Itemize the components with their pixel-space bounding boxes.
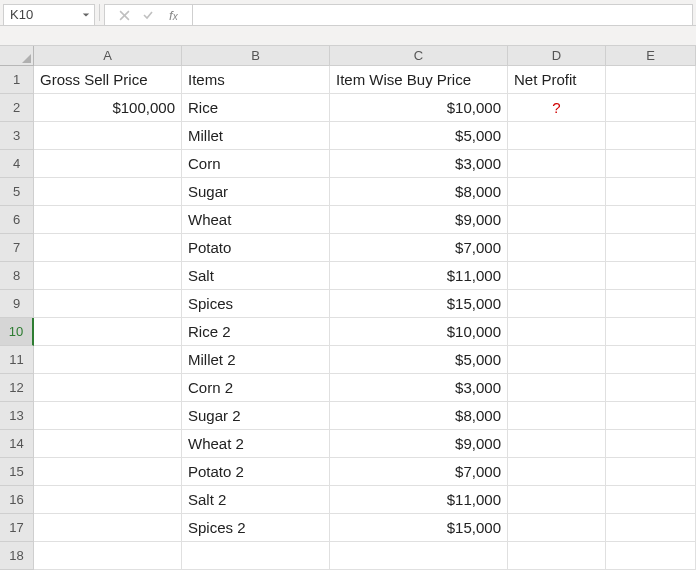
- cell-C9[interactable]: $15,000: [330, 290, 508, 318]
- cell-C7[interactable]: $7,000: [330, 234, 508, 262]
- select-all-corner[interactable]: [0, 46, 34, 66]
- cell-C14[interactable]: $9,000: [330, 430, 508, 458]
- cell-C16[interactable]: $11,000: [330, 486, 508, 514]
- cell-A18[interactable]: [34, 542, 182, 570]
- cell-C15[interactable]: $7,000: [330, 458, 508, 486]
- cell-A14[interactable]: [34, 430, 182, 458]
- cell-A17[interactable]: [34, 514, 182, 542]
- cell-B9[interactable]: Spices: [182, 290, 330, 318]
- fx-icon[interactable]: fx: [165, 8, 182, 23]
- cell-E14[interactable]: [606, 430, 696, 458]
- cell-C17[interactable]: $15,000: [330, 514, 508, 542]
- row-header-6[interactable]: 6: [0, 206, 34, 234]
- cell-E18[interactable]: [606, 542, 696, 570]
- cell-E7[interactable]: [606, 234, 696, 262]
- col-header-B[interactable]: B: [182, 46, 330, 66]
- row-header-17[interactable]: 17: [0, 514, 34, 542]
- row-header-18[interactable]: 18: [0, 542, 34, 570]
- enter-icon[interactable]: [141, 9, 155, 21]
- cell-E2[interactable]: [606, 94, 696, 122]
- cell-D1[interactable]: Net Profit: [508, 66, 606, 94]
- cell-A7[interactable]: [34, 234, 182, 262]
- row-header-13[interactable]: 13: [0, 402, 34, 430]
- cell-E11[interactable]: [606, 346, 696, 374]
- name-box[interactable]: K10: [3, 4, 95, 26]
- cell-A6[interactable]: [34, 206, 182, 234]
- cell-C12[interactable]: $3,000: [330, 374, 508, 402]
- cell-D13[interactable]: [508, 402, 606, 430]
- cell-B4[interactable]: Corn: [182, 150, 330, 178]
- name-box-dropdown[interactable]: [78, 5, 94, 25]
- cell-C3[interactable]: $5,000: [330, 122, 508, 150]
- cell-E6[interactable]: [606, 206, 696, 234]
- cell-D15[interactable]: [508, 458, 606, 486]
- cell-A4[interactable]: [34, 150, 182, 178]
- cell-D7[interactable]: [508, 234, 606, 262]
- cell-C6[interactable]: $9,000: [330, 206, 508, 234]
- cell-D4[interactable]: [508, 150, 606, 178]
- row-header-12[interactable]: 12: [0, 374, 34, 402]
- cell-B7[interactable]: Potato: [182, 234, 330, 262]
- cell-E5[interactable]: [606, 178, 696, 206]
- cell-B8[interactable]: Salt: [182, 262, 330, 290]
- cell-C2[interactable]: $10,000: [330, 94, 508, 122]
- spreadsheet-grid[interactable]: ABCDE1Gross Sell PriceItemsItem Wise Buy…: [0, 46, 696, 570]
- row-header-15[interactable]: 15: [0, 458, 34, 486]
- cell-E15[interactable]: [606, 458, 696, 486]
- cell-A13[interactable]: [34, 402, 182, 430]
- cell-A1[interactable]: Gross Sell Price: [34, 66, 182, 94]
- cell-C4[interactable]: $3,000: [330, 150, 508, 178]
- cell-D5[interactable]: [508, 178, 606, 206]
- row-header-16[interactable]: 16: [0, 486, 34, 514]
- row-header-7[interactable]: 7: [0, 234, 34, 262]
- cell-B5[interactable]: Sugar: [182, 178, 330, 206]
- row-header-9[interactable]: 9: [0, 290, 34, 318]
- cell-A15[interactable]: [34, 458, 182, 486]
- cell-D14[interactable]: [508, 430, 606, 458]
- cell-B17[interactable]: Spices 2: [182, 514, 330, 542]
- cell-D10[interactable]: [508, 318, 606, 346]
- cell-E9[interactable]: [606, 290, 696, 318]
- cell-C11[interactable]: $5,000: [330, 346, 508, 374]
- col-header-C[interactable]: C: [330, 46, 508, 66]
- cell-B12[interactable]: Corn 2: [182, 374, 330, 402]
- cell-C1[interactable]: Item Wise Buy Price: [330, 66, 508, 94]
- cell-E16[interactable]: [606, 486, 696, 514]
- row-header-8[interactable]: 8: [0, 262, 34, 290]
- cell-B14[interactable]: Wheat 2: [182, 430, 330, 458]
- cell-E17[interactable]: [606, 514, 696, 542]
- cell-B3[interactable]: Millet: [182, 122, 330, 150]
- row-header-3[interactable]: 3: [0, 122, 34, 150]
- formula-input[interactable]: [193, 4, 693, 26]
- cell-B1[interactable]: Items: [182, 66, 330, 94]
- cell-B6[interactable]: Wheat: [182, 206, 330, 234]
- cell-C10[interactable]: $10,000: [330, 318, 508, 346]
- col-header-E[interactable]: E: [606, 46, 696, 66]
- row-header-1[interactable]: 1: [0, 66, 34, 94]
- cell-D9[interactable]: [508, 290, 606, 318]
- cell-A11[interactable]: [34, 346, 182, 374]
- cell-D18[interactable]: [508, 542, 606, 570]
- cell-E8[interactable]: [606, 262, 696, 290]
- cell-D6[interactable]: [508, 206, 606, 234]
- cell-A16[interactable]: [34, 486, 182, 514]
- cell-C18[interactable]: [330, 542, 508, 570]
- cell-B18[interactable]: [182, 542, 330, 570]
- cell-A3[interactable]: [34, 122, 182, 150]
- cell-D17[interactable]: [508, 514, 606, 542]
- cell-D11[interactable]: [508, 346, 606, 374]
- cell-E10[interactable]: [606, 318, 696, 346]
- col-header-D[interactable]: D: [508, 46, 606, 66]
- cell-E4[interactable]: [606, 150, 696, 178]
- cell-A10[interactable]: [34, 318, 182, 346]
- row-header-14[interactable]: 14: [0, 430, 34, 458]
- cell-D12[interactable]: [508, 374, 606, 402]
- cell-B11[interactable]: Millet 2: [182, 346, 330, 374]
- cell-A2[interactable]: $100,000: [34, 94, 182, 122]
- cell-A9[interactable]: [34, 290, 182, 318]
- cell-B2[interactable]: Rice: [182, 94, 330, 122]
- cell-E12[interactable]: [606, 374, 696, 402]
- row-header-4[interactable]: 4: [0, 150, 34, 178]
- cell-C13[interactable]: $8,000: [330, 402, 508, 430]
- cell-B15[interactable]: Potato 2: [182, 458, 330, 486]
